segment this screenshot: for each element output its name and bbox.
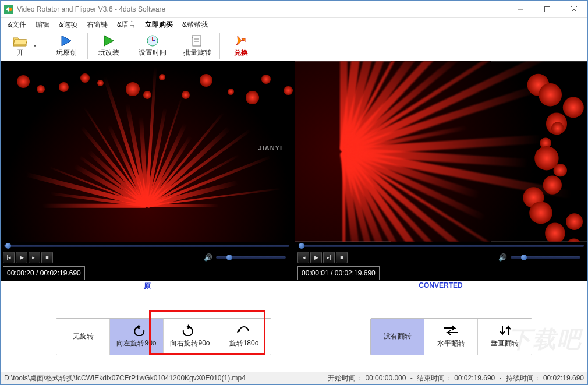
toolbar: 开 ▾ 玩原创 玩改装 设置时间 批量旋转 兑换 [1, 31, 587, 61]
original-label: 原 [1, 281, 294, 293]
svg-point-1 [9, 8, 12, 11]
speaker-icon[interactable]: 🔊 [204, 253, 212, 262]
converted-controls: |◂ ▶ ▸| ■ 🔊 [295, 250, 587, 265]
open-dropdown-arrow-icon[interactable]: ▾ [33, 33, 37, 59]
menu-file[interactable]: &文件 [3, 19, 31, 31]
flip-vertical-button[interactable]: 垂直翻转 [478, 319, 532, 355]
svg-rect-9 [193, 36, 201, 46]
converted-video-view[interactable] [295, 61, 587, 242]
close-button[interactable] [561, 1, 587, 17]
script-icon [190, 34, 204, 47]
status-bar: D:\tools\桌面\格式转换\fcCWIEkdlx07CFrP1wGk010… [1, 372, 587, 384]
next-button[interactable]: ▸| [29, 252, 40, 263]
play-modified-button[interactable]: 玩改装 [91, 32, 126, 60]
stop-button[interactable]: ■ [41, 252, 53, 263]
menu-bar: &文件 编辑 &选项 右窗键 &语言 立即购买 &帮帮我 [1, 18, 587, 31]
original-video-pane: JIANYI |◂ ▶ ▸| ■ 🔊 00:00:20 / 00:02:19.6… [1, 61, 293, 281]
speaker-icon[interactable]: 🔊 [498, 253, 507, 262]
next-button[interactable]: ▸| [323, 252, 335, 263]
rotate-right-90-button[interactable]: 向右旋转90o [164, 319, 217, 355]
converted-time-row: 00:00:01 / 00:02:19.690 [295, 265, 587, 281]
prev-button[interactable]: |◂ [3, 252, 15, 263]
status-filepath: D:\tools\桌面\格式转换\fcCWIEkdlx07CFrP1wGk010… [4, 373, 325, 383]
original-time-row: 00:00:20 / 00:02:19.690 [1, 265, 293, 281]
options-area: 无旋转 向左旋转90o 向右旋转90o 旋转180o 没有翻转 水平翻转 垂直翻… [1, 293, 587, 372]
rotate-left-icon [129, 324, 145, 336]
play-blue-icon [59, 34, 73, 47]
folder-open-icon [12, 34, 29, 47]
pane-labels: 原 CONVERTED [1, 281, 587, 293]
stop-button[interactable]: ■ [336, 252, 348, 263]
window-title: Video Rotator and Flipper V3.6 - 4dots S… [17, 5, 507, 13]
window-controls [507, 1, 587, 17]
rotate-180-icon [236, 324, 252, 336]
rotate-option-group: 无旋转 向左旋转90o 向右旋转90o 旋转180o [56, 318, 271, 355]
menu-edit[interactable]: 编辑 [31, 19, 54, 31]
rotate-180-button[interactable]: 旋转180o [217, 319, 271, 355]
play-button[interactable]: ▶ [16, 252, 27, 263]
volume-slider[interactable] [511, 256, 580, 259]
video-watermark: JIANYI [258, 144, 282, 151]
toolbar-separator [130, 33, 130, 59]
toolbar-separator [87, 33, 88, 59]
toolbar-separator [45, 33, 45, 59]
batch-rotate-button[interactable]: 批量旋转 [179, 32, 216, 60]
play-green-icon [102, 34, 116, 47]
flip-option-group: 没有翻转 水平翻转 垂直翻转 [370, 318, 532, 355]
toolbar-separator [219, 33, 220, 59]
status-times: 开始时间：00:00:00.000 - 结束时间：00:02:19.690 - … [325, 373, 584, 383]
minimize-button[interactable] [507, 1, 534, 17]
flip-horizontal-icon [443, 324, 459, 336]
clock-icon [146, 34, 160, 47]
flip-vertical-icon [497, 324, 513, 336]
rotate-right-icon [182, 324, 199, 336]
prev-button[interactable]: |◂ [297, 252, 309, 263]
menu-language[interactable]: &语言 [112, 19, 140, 31]
flip-horizontal-button[interactable]: 水平翻转 [424, 319, 478, 355]
converted-label: CONVERTED [294, 281, 587, 293]
original-video-view[interactable]: JIANYI [1, 61, 293, 242]
converted-time-display: 00:00:01 / 00:02:19.690 [297, 266, 380, 280]
toolbar-separator [175, 33, 175, 59]
flame-arrow-icon [234, 34, 248, 47]
app-icon [4, 5, 13, 14]
video-area: JIANYI |◂ ▶ ▸| ■ 🔊 00:00:20 / 00:02:19.6… [1, 61, 587, 281]
menu-help[interactable]: &帮帮我 [178, 19, 212, 31]
original-time-display: 00:00:20 / 00:02:19.690 [3, 266, 85, 280]
open-button[interactable]: 开 ▾ [4, 32, 41, 60]
original-controls: |◂ ▶ ▸| ■ 🔊 [1, 250, 293, 265]
play-button[interactable]: ▶ [310, 252, 322, 263]
set-time-button[interactable]: 设置时间 [134, 32, 171, 60]
menu-rightkey[interactable]: 右窗键 [82, 19, 112, 31]
menu-buy-now[interactable]: 立即购买 [140, 19, 178, 31]
convert-button[interactable]: 兑换 [224, 32, 258, 60]
converted-seek-bar[interactable] [295, 242, 587, 250]
svg-rect-3 [545, 6, 550, 12]
title-bar: Video Rotator and Flipper V3.6 - 4dots S… [1, 1, 587, 18]
original-seek-bar[interactable] [1, 242, 293, 250]
rotate-none-button[interactable]: 无旋转 [56, 319, 110, 355]
converted-video-pane: |◂ ▶ ▸| ■ 🔊 00:00:01 / 00:02:19.690 [295, 61, 587, 281]
maximize-button[interactable] [534, 1, 561, 17]
flip-none-button[interactable]: 没有翻转 [371, 319, 424, 355]
volume-slider[interactable] [216, 256, 286, 259]
rotate-left-90-button[interactable]: 向左旋转90o [110, 319, 164, 355]
play-original-button[interactable]: 玩原创 [49, 32, 84, 60]
menu-options[interactable]: &选项 [54, 19, 82, 31]
